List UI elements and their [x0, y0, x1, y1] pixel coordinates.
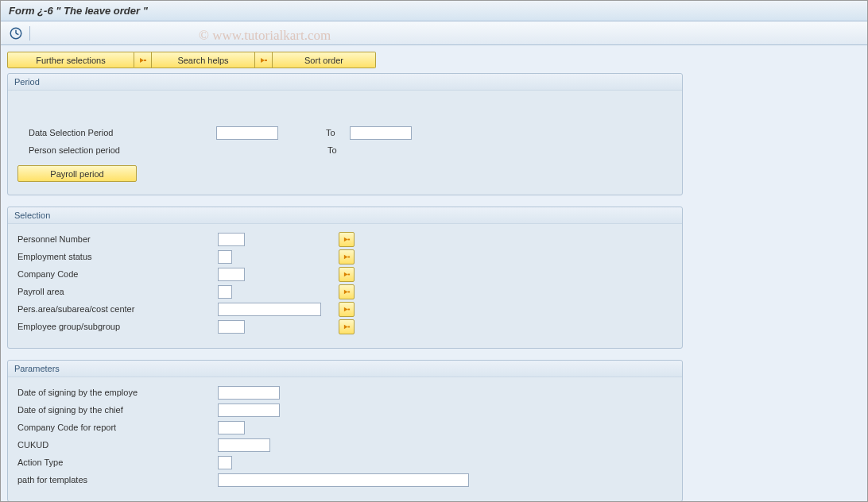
payroll-period-button[interactable]: Payroll period	[17, 165, 137, 182]
company-code-row: Company Code	[17, 265, 672, 283]
date-employee-input[interactable]	[218, 386, 280, 400]
employment-status-label: Employment status	[17, 252, 218, 261]
sort-order-button[interactable]: Sort order	[273, 52, 376, 68]
path-templates-label: path for templates	[17, 475, 218, 485]
selection-group: Selection Personnel Number Employment st…	[7, 207, 683, 349]
personnel-number-row: Personnel Number	[17, 230, 672, 248]
to-label: To	[327, 145, 351, 155]
employee-group-row: Employee group/subgroup	[17, 318, 672, 335]
period-group: Period Data Selection Period To Person s…	[7, 73, 683, 195]
title-bar: Form ¿-6 " The leave order "	[1, 1, 867, 21]
page-title: Form ¿-6 " The leave order "	[9, 5, 148, 17]
date-employee-row: Date of signing by the employe	[17, 384, 672, 401]
multi-select-button[interactable]	[339, 284, 355, 299]
period-group-title: Period	[8, 74, 682, 91]
pers-area-row: Pers.area/subarea/cost center	[17, 300, 672, 318]
arrow-icon[interactable]	[255, 52, 273, 68]
company-code-report-label: Company Code for report	[17, 423, 218, 432]
svg-rect-4	[265, 60, 267, 61]
data-selection-to-input[interactable]	[350, 126, 412, 140]
path-templates-row: path for templates	[17, 471, 672, 488]
execute-icon[interactable]	[9, 26, 23, 41]
payroll-area-input[interactable]	[218, 285, 232, 299]
parameters-group-title: Parameters	[8, 361, 682, 377]
top-button-row: Further selections Search helps Sort ord…	[7, 52, 861, 68]
data-selection-from-input[interactable]	[216, 126, 278, 140]
to-label: To	[326, 128, 350, 137]
cukud-row: CUKUD	[17, 436, 672, 454]
employment-status-input[interactable]	[218, 250, 232, 264]
path-templates-input[interactable]	[218, 473, 469, 487]
svg-rect-7	[347, 273, 350, 275]
pers-area-label: Pers.area/subarea/cost center	[17, 304, 218, 314]
employment-status-row: Employment status	[17, 248, 672, 265]
date-chief-row: Date of signing by the chief	[17, 401, 672, 419]
date-employee-label: Date of signing by the employe	[17, 388, 218, 397]
person-selection-period-row: Person selection period To	[17, 141, 672, 159]
payroll-area-label: Payroll area	[17, 287, 218, 296]
company-code-input[interactable]	[218, 268, 245, 281]
employee-group-input[interactable]	[218, 320, 245, 334]
content-area: Further selections Search helps Sort ord…	[1, 45, 867, 501]
date-chief-label: Date of signing by the chief	[17, 405, 218, 415]
arrow-icon[interactable]	[134, 52, 152, 68]
action-type-row: Action Type	[17, 454, 672, 471]
selection-group-title: Selection	[8, 207, 682, 224]
date-chief-input[interactable]	[218, 404, 280, 417]
svg-rect-8	[347, 291, 350, 292]
further-selections-button[interactable]: Further selections	[7, 52, 134, 68]
cukud-input[interactable]	[218, 438, 270, 452]
multi-select-button[interactable]	[339, 267, 355, 282]
toolbar-separator	[29, 26, 30, 41]
company-code-report-row: Company Code for report	[17, 419, 672, 436]
personnel-number-input[interactable]	[218, 233, 245, 246]
svg-rect-6	[347, 256, 350, 257]
personnel-number-label: Personnel Number	[17, 234, 218, 244]
svg-rect-9	[347, 308, 350, 310]
action-type-input[interactable]	[218, 456, 232, 469]
multi-select-button[interactable]	[339, 319, 355, 334]
person-selection-period-label: Person selection period	[29, 145, 216, 155]
svg-line-2	[16, 33, 18, 35]
svg-rect-3	[144, 60, 146, 61]
svg-rect-10	[347, 326, 350, 327]
action-type-label: Action Type	[17, 458, 218, 467]
data-selection-period-row: Data Selection Period To	[17, 124, 672, 141]
parameters-group: Parameters Date of signing by the employ…	[7, 360, 683, 501]
svg-rect-5	[347, 238, 350, 240]
multi-select-button[interactable]	[339, 232, 355, 247]
cukud-label: CUKUD	[17, 440, 218, 450]
pers-area-input[interactable]	[218, 303, 321, 316]
payroll-area-row: Payroll area	[17, 283, 672, 300]
toolbar	[1, 21, 867, 45]
search-helps-button[interactable]: Search helps	[152, 52, 255, 68]
employee-group-label: Employee group/subgroup	[17, 322, 218, 331]
multi-select-button[interactable]	[339, 249, 355, 265]
company-code-report-input[interactable]	[218, 421, 245, 434]
company-code-label: Company Code	[17, 269, 218, 279]
data-selection-period-label: Data Selection Period	[29, 128, 216, 137]
multi-select-button[interactable]	[339, 302, 355, 317]
